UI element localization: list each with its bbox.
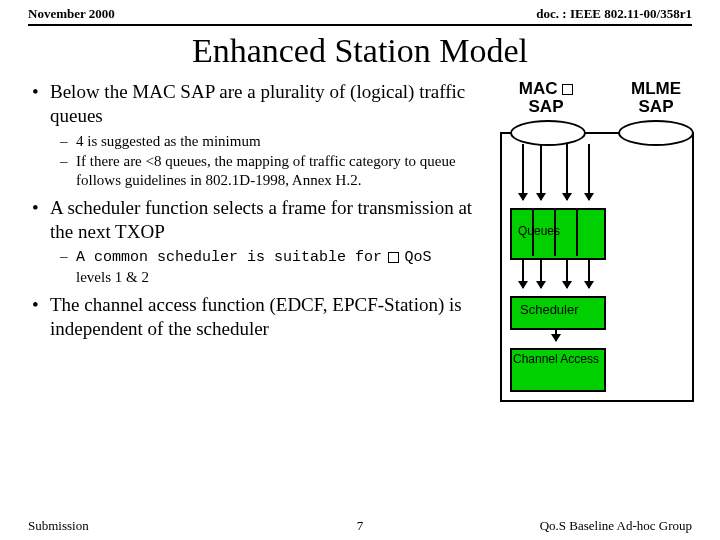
- arrow-down-icon: [555, 328, 557, 341]
- bullet-3-text: The channel access function (EDCF, EPCF-…: [50, 293, 482, 341]
- mlme-sap-l1: MLME: [631, 79, 681, 98]
- bullet-dash: –: [60, 132, 76, 151]
- mlme-sap-ellipse: [618, 120, 694, 146]
- queue-divider: [576, 208, 578, 256]
- bullet-dot: •: [32, 196, 50, 244]
- arrow-down-icon: [566, 144, 568, 200]
- bullet-2: • A scheduler function selects a frame f…: [32, 196, 482, 244]
- arrow-down-icon: [540, 258, 542, 288]
- header-date: November 2000: [28, 6, 115, 22]
- arrow-down-icon: [522, 258, 524, 288]
- bullet-1b-text: If there are <8 queues, the mapping of t…: [76, 152, 482, 190]
- arrow-down-icon: [566, 258, 568, 288]
- bullet-2a-qos: QoS: [405, 249, 432, 266]
- footer-bar: Submission 7 Qo.S Baseline Ad-hoc Group: [0, 518, 720, 534]
- station-model-diagram: MAC SAP MLME SAP Queues Scheduler: [488, 80, 698, 410]
- arrow-down-icon: [588, 258, 590, 288]
- header-rule: [28, 24, 692, 26]
- mlme-sap-label: MLME SAP: [616, 80, 696, 116]
- bullet-2a-pre: A common scheduler is suitable for: [76, 249, 382, 266]
- bullet-1-text: Below the MAC SAP are a plurality of (lo…: [50, 80, 482, 128]
- footer-page: 7: [357, 518, 364, 534]
- bullet-2a-post: levels 1 & 2: [76, 269, 149, 285]
- bullet-3: • The channel access function (EDCF, EPC…: [32, 293, 482, 341]
- bullet-list: • Below the MAC SAP are a plurality of (…: [32, 80, 482, 340]
- mac-sap-ellipse: [510, 120, 586, 146]
- mac-sap-l2: SAP: [529, 97, 564, 116]
- mac-sap-l1: MAC: [519, 79, 558, 98]
- header-bar: November 2000 doc. : IEEE 802.11-00/358r…: [0, 0, 720, 24]
- channel-access-label: Channel Access: [510, 353, 602, 366]
- bullet-1a-text: 4 is suggested as the minimum: [76, 132, 261, 151]
- footer-left: Submission: [28, 518, 89, 534]
- bullet-2-text: A scheduler function selects a frame for…: [50, 196, 482, 244]
- bullet-2a-line: A common scheduler is suitable for QoS l…: [76, 247, 432, 287]
- bullet-1a: – 4 is suggested as the minimum: [60, 132, 482, 151]
- content-area: • Below the MAC SAP are a plurality of (…: [0, 80, 720, 340]
- bullet-dot: •: [32, 293, 50, 341]
- queues-label: Queues: [518, 224, 560, 238]
- header-doc: doc. : IEEE 802.11-00/358r1: [536, 6, 692, 22]
- bullet-dash: –: [60, 247, 76, 287]
- bullet-2a: – A common scheduler is suitable for QoS…: [60, 247, 482, 287]
- slide-title: Enhanced Station Model: [0, 32, 720, 70]
- arrow-down-icon: [540, 144, 542, 200]
- scheduler-label: Scheduler: [520, 302, 579, 317]
- mlme-sap-l2: SAP: [639, 97, 674, 116]
- arrow-down-icon: [588, 144, 590, 200]
- placeholder-box-icon: [562, 84, 573, 95]
- bullet-dash: –: [60, 152, 76, 190]
- mac-sap-label: MAC SAP: [506, 80, 586, 116]
- placeholder-box-icon: [388, 252, 399, 263]
- bullet-1b: – If there are <8 queues, the mapping of…: [60, 152, 482, 190]
- bullet-1: • Below the MAC SAP are a plurality of (…: [32, 80, 482, 128]
- arrow-down-icon: [522, 144, 524, 200]
- bullet-dot: •: [32, 80, 50, 128]
- footer-right: Qo.S Baseline Ad-hoc Group: [540, 518, 692, 534]
